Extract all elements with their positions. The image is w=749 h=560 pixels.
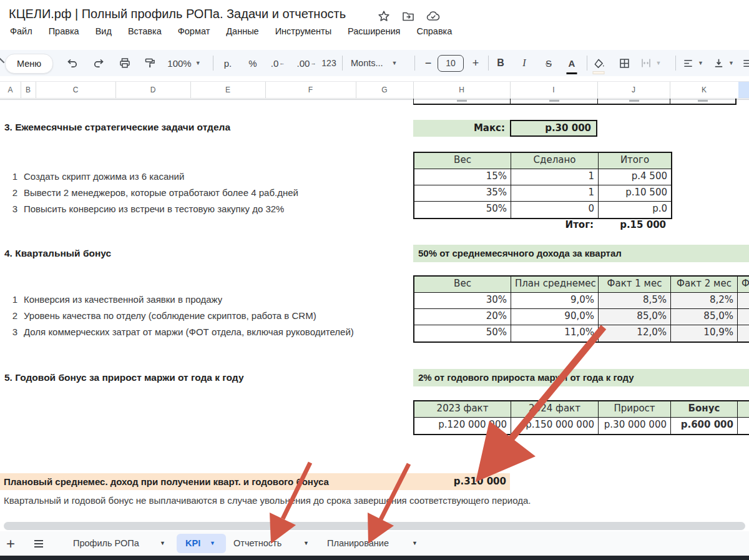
table-cell[interactable]: [738, 418, 749, 434]
move-folder-icon[interactable]: [401, 9, 415, 23]
menu-pill-button[interactable]: Меню: [5, 54, 53, 74]
table-cell[interactable]: 9,0%: [511, 293, 599, 309]
column-header-i[interactable]: I: [510, 82, 598, 99]
column-header-h[interactable]: H: [413, 82, 511, 99]
chevron-down-icon[interactable]: ▼: [160, 531, 165, 556]
column-header-b[interactable]: B: [21, 82, 36, 99]
table-cell[interactable]: 8,5%: [599, 293, 671, 309]
more-formats-button[interactable]: 123: [317, 50, 341, 76]
table-cell[interactable]: 20%: [414, 309, 511, 325]
table-cell[interactable]: р.0: [599, 202, 671, 218]
menu-insert[interactable]: Вставка: [128, 26, 162, 36]
chevron-down-icon[interactable]: ▼: [412, 531, 418, 556]
horizontal-align-button[interactable]: ▼: [678, 50, 708, 76]
font-size-input[interactable]: 10: [437, 50, 464, 76]
search-icon[interactable]: [0, 58, 4, 64]
table-cell[interactable]: 11,0%: [511, 325, 599, 341]
table-cell[interactable]: 0: [511, 202, 599, 218]
column-header-k[interactable]: K: [670, 82, 739, 99]
paint-format-button[interactable]: [139, 50, 161, 76]
percent-format-button[interactable]: %: [242, 50, 263, 76]
table-header-cell[interactable]: Итого: [599, 153, 671, 169]
menu-view[interactable]: Вид: [95, 26, 112, 36]
menu-format[interactable]: Формат: [178, 26, 210, 36]
table-cell[interactable]: 1: [511, 169, 599, 185]
total-value[interactable]: р.15 000: [597, 218, 666, 232]
table-header-cell[interactable]: 2023 факт: [414, 401, 511, 418]
chevron-down-icon[interactable]: ▼: [303, 531, 309, 556]
redo-button[interactable]: [87, 50, 110, 76]
merge-cells-button[interactable]: ▼: [638, 50, 663, 76]
table-cell[interactable]: 30%: [414, 293, 511, 309]
italic-button[interactable]: I: [514, 50, 534, 76]
table-cell[interactable]: [738, 325, 749, 341]
print-button[interactable]: [114, 50, 136, 76]
column-header-c[interactable]: C: [36, 82, 116, 99]
footnote-text[interactable]: Квартальный и годовой бонус не выплачива…: [4, 495, 531, 506]
text-wrap-button[interactable]: [740, 50, 749, 76]
task-row[interactable]: 3Повысить конверсию из встречи в тестову…: [9, 201, 284, 217]
table-cell[interactable]: 50%: [414, 202, 511, 218]
column-header-a[interactable]: A: [0, 82, 21, 99]
table-cell[interactable]: 12,0%: [599, 325, 671, 341]
table-cell[interactable]: 10,9%: [671, 325, 738, 341]
sheet-tab-profil-ropa[interactable]: Профиль РОПа: [73, 531, 139, 556]
document-title[interactable]: КЦЕЛИ.рф | Полный профиль РОПа. Задачи и…: [9, 7, 346, 21]
summary-row[interactable]: Плановый среднемес. доход при получении …: [0, 473, 510, 490]
kpi-row[interactable]: 2Уровень качества по отделу (соблюдение …: [9, 308, 316, 324]
font-select[interactable]: Monts...▼: [347, 50, 411, 76]
table-cell[interactable]: 8,2%: [671, 293, 738, 309]
table-header-cell[interactable]: Ф: [738, 277, 749, 293]
task-row[interactable]: 2Вывести 2 менеджеров, которые отработаю…: [9, 185, 298, 201]
star-icon[interactable]: [377, 9, 391, 23]
section4-title[interactable]: 4. Квартальный бонус: [4, 245, 111, 262]
table-header-cell[interactable]: Вес: [414, 277, 511, 293]
task-row[interactable]: 1Создать скрипт дожима из 6 касаний: [9, 169, 184, 185]
decrease-font-size-button[interactable]: −: [418, 50, 438, 76]
column-header-e[interactable]: E: [190, 82, 266, 99]
table-cell[interactable]: р.120 000 000: [414, 418, 511, 434]
column-header-d[interactable]: D: [115, 82, 191, 99]
menu-tools[interactable]: Инструменты: [275, 26, 331, 36]
sheet-tab-otchetnost[interactable]: Отчетность: [233, 531, 281, 556]
menu-data[interactable]: Данные: [226, 26, 258, 36]
table-cell[interactable]: р.10 500: [599, 185, 671, 202]
max-label-cell[interactable]: Макс:: [413, 120, 510, 137]
decrease-decimals-button[interactable]: .0←: [266, 50, 290, 76]
add-sheet-button[interactable]: +: [6, 531, 15, 556]
table-cell[interactable]: р.4 500: [599, 169, 671, 185]
strikethrough-button[interactable]: S: [538, 50, 559, 76]
text-color-button[interactable]: A: [561, 50, 583, 80]
undo-button[interactable]: [61, 50, 84, 76]
sheet-tab-kpi[interactable]: KPI: [185, 531, 200, 556]
chevron-down-icon[interactable]: ▼: [210, 531, 215, 556]
sheet-tab-planirovanie[interactable]: Планирование: [327, 531, 389, 556]
vertical-align-button[interactable]: ▼: [709, 50, 738, 76]
table-cell[interactable]: 85,0%: [671, 309, 738, 325]
table-header-cell[interactable]: Бонус: [671, 401, 738, 418]
menu-extensions[interactable]: Расширения: [348, 26, 400, 36]
cloud-saved-icon[interactable]: [426, 9, 441, 23]
menu-help[interactable]: Справка: [416, 26, 452, 36]
section3-title[interactable]: 3. Ежемесячные стратегические задачи отд…: [4, 119, 230, 136]
table-cell[interactable]: 50%: [414, 325, 511, 341]
table-cell[interactable]: р.30 000 000: [599, 418, 671, 434]
section5-note-cell[interactable]: 2% от годового прироста маржи от года к …: [413, 369, 749, 386]
table-header-cell[interactable]: Факт 1 мес: [599, 277, 671, 293]
column-header-f[interactable]: F: [265, 82, 356, 99]
table-cell[interactable]: [738, 293, 749, 309]
table-header-cell[interactable]: Вес: [414, 153, 511, 169]
fill-color-button[interactable]: [588, 50, 609, 80]
table-header-cell[interactable]: [738, 401, 749, 418]
menu-file[interactable]: Файл: [10, 26, 32, 36]
table-cell[interactable]: 15%: [414, 169, 511, 185]
table-header-cell[interactable]: Сделано: [511, 153, 599, 169]
table-header-cell[interactable]: План среднемес: [511, 277, 599, 293]
table-cell[interactable]: [738, 309, 749, 325]
table-cell[interactable]: 90,0%: [511, 309, 599, 325]
table-header-cell[interactable]: Прирост: [599, 401, 671, 418]
table-cell[interactable]: 1: [511, 185, 599, 202]
table-header-cell[interactable]: Факт 2 мес: [671, 277, 738, 293]
section5-title[interactable]: 5. Годовой бонус за прирост маржи от год…: [4, 369, 244, 386]
total-label[interactable]: Итог:: [510, 218, 594, 232]
